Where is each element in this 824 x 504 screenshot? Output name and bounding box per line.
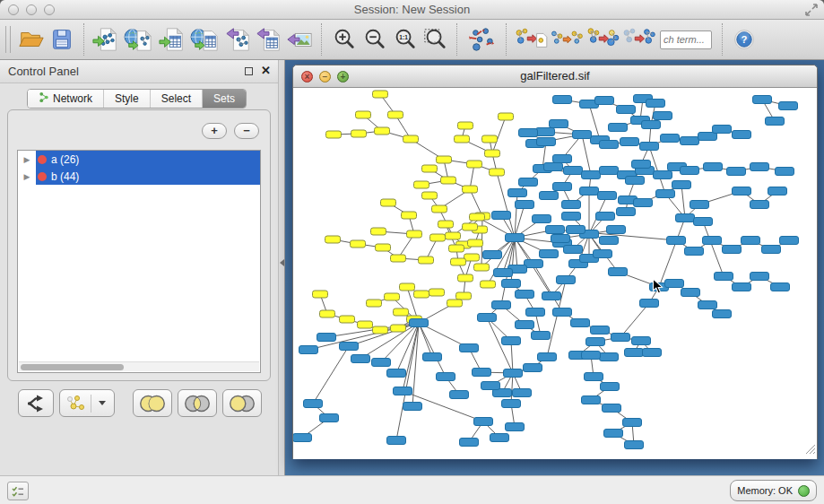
graph-node[interactable]: [447, 300, 463, 307]
graph-node[interactable]: [634, 199, 653, 207]
graph-node[interactable]: [703, 237, 722, 245]
graph-node[interactable]: [685, 248, 704, 256]
graph-node[interactable]: [441, 177, 456, 184]
graph-node[interactable]: [451, 258, 466, 265]
graph-node[interactable]: [481, 281, 496, 288]
graph-node[interactable]: [603, 404, 621, 413]
graph-node[interactable]: [620, 138, 639, 146]
export-table-button[interactable]: [254, 22, 284, 57]
graph-node[interactable]: [779, 102, 798, 110]
network-frame-titlebar[interactable]: × − + galFiltered.sif: [293, 65, 817, 88]
graph-node[interactable]: [551, 235, 570, 243]
graph-node[interactable]: [750, 163, 769, 171]
graph-node[interactable]: [460, 344, 479, 352]
graph-node[interactable]: [640, 143, 659, 151]
graph-node[interactable]: [460, 439, 479, 447]
disclosure-triangle-icon[interactable]: ▶: [18, 168, 36, 185]
graph-node[interactable]: [414, 181, 429, 188]
collapse-panel-icon[interactable]: [280, 259, 284, 266]
graph-node[interactable]: [667, 237, 686, 245]
graph-node[interactable]: [562, 201, 581, 209]
graph-node[interactable]: [499, 113, 514, 120]
graph-node[interactable]: [387, 437, 406, 445]
fullscreen-icon[interactable]: [804, 3, 819, 17]
add-set-button[interactable]: +: [202, 123, 227, 139]
graph-node[interactable]: [623, 419, 642, 427]
graph-node[interactable]: [604, 430, 623, 438]
graph-node[interactable]: [611, 334, 630, 342]
graph-node[interactable]: [403, 403, 422, 411]
graph-node[interactable]: [676, 214, 695, 222]
graph-node[interactable]: [540, 250, 559, 258]
graph-node[interactable]: [632, 337, 651, 345]
import-table-url-button[interactable]: [187, 22, 223, 57]
scrollbar-thumb[interactable]: [21, 364, 124, 370]
apply-layout-button[interactable]: [464, 22, 499, 57]
graph-node[interactable]: [562, 213, 581, 221]
intersect-sets-button[interactable]: [178, 389, 217, 417]
graph-node[interactable]: [643, 349, 662, 357]
memory-status-button[interactable]: Memory: OK: [730, 480, 817, 501]
graph-node[interactable]: [742, 237, 760, 245]
graph-node[interactable]: [320, 310, 335, 317]
graph-node[interactable]: [656, 190, 675, 198]
graph-node[interactable]: [313, 291, 328, 298]
graph-node[interactable]: [422, 165, 438, 172]
tab-network[interactable]: Network: [28, 90, 104, 108]
graph-node[interactable]: [607, 226, 626, 234]
graph-node[interactable]: [595, 97, 614, 105]
graph-node[interactable]: [506, 423, 525, 431]
graph-node[interactable]: [372, 359, 391, 367]
graph-node[interactable]: [632, 161, 651, 169]
graph-node[interactable]: [481, 382, 500, 390]
graph-node[interactable]: [394, 308, 409, 316]
graph-node[interactable]: [519, 129, 538, 137]
graph-node[interactable]: [626, 177, 645, 185]
graph-node[interactable]: [723, 246, 742, 254]
horizontal-scrollbar[interactable]: [19, 361, 259, 371]
graph-node[interactable]: [504, 369, 523, 378]
list-item-set-b[interactable]: ▶ b (44): [18, 168, 260, 185]
graph-node[interactable]: [429, 289, 445, 296]
graph-node[interactable]: [553, 96, 572, 104]
graph-node[interactable]: [474, 418, 493, 426]
graph-node[interactable]: [553, 183, 572, 191]
graph-node[interactable]: [492, 212, 511, 220]
graph-node[interactable]: [690, 201, 709, 209]
graph-node[interactable]: [516, 201, 534, 209]
graph-node[interactable]: [582, 396, 601, 404]
graph-node[interactable]: [564, 246, 583, 254]
graph-node[interactable]: [713, 310, 732, 318]
graph-node[interactable]: [449, 245, 464, 252]
graph-node[interactable]: [516, 291, 534, 299]
graph-node[interactable]: [766, 117, 785, 126]
task-monitor-button[interactable]: [7, 482, 29, 500]
toolbar-grip[interactable]: [5, 26, 11, 53]
graph-node[interactable]: [596, 213, 615, 221]
graph-node[interactable]: [580, 187, 599, 196]
zoom-fit-selected-button[interactable]: [420, 22, 450, 57]
graph-node[interactable]: [375, 127, 390, 135]
graph-node[interactable]: [519, 178, 538, 187]
graph-node[interactable]: [367, 300, 382, 307]
graph-node[interactable]: [394, 387, 412, 395]
graph-node[interactable]: [733, 187, 751, 196]
graph-node[interactable]: [537, 138, 556, 146]
graph-node[interactable]: [532, 332, 551, 340]
graph-node[interactable]: [478, 314, 497, 322]
graph-node[interactable]: [661, 135, 680, 143]
graph-node[interactable]: [376, 244, 391, 251]
graph-node[interactable]: [750, 273, 769, 281]
graph-node[interactable]: [727, 168, 746, 176]
graph-node[interactable]: [601, 383, 620, 391]
list-item-set-a[interactable]: ▶ a (26): [18, 151, 260, 168]
import-table-file-button[interactable]: [157, 22, 187, 57]
resize-grip[interactable]: [804, 442, 816, 458]
graph-node[interactable]: [351, 240, 366, 248]
graph-node[interactable]: [317, 334, 336, 342]
graph-node[interactable]: [391, 325, 406, 332]
graph-node[interactable]: [340, 343, 359, 351]
graph-node[interactable]: [524, 364, 542, 372]
graph-node[interactable]: [594, 250, 612, 258]
graph-node[interactable]: [467, 161, 482, 168]
